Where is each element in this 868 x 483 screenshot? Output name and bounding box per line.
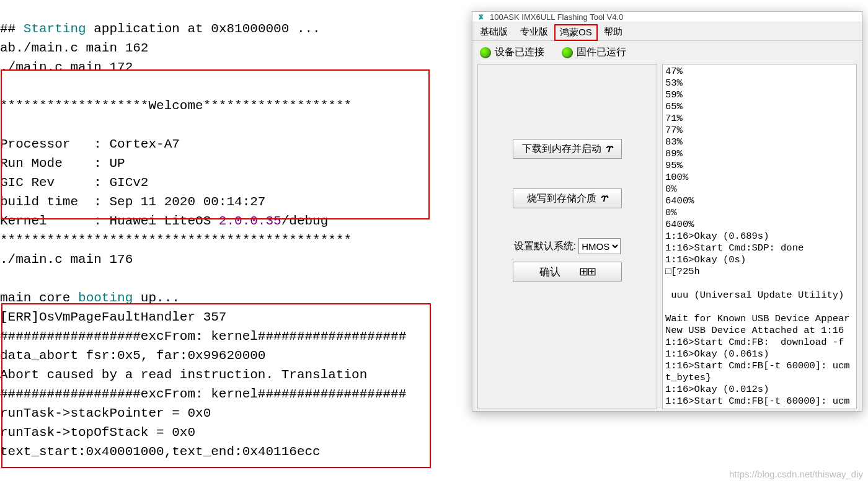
terminal-l11-highlight: 2.0.0.35 <box>219 214 281 228</box>
window-title: 100ASK IMX6ULL Flashing Tool V4.0 <box>490 12 623 22</box>
default-system-row: 设置默认系统: HMOS <box>514 238 621 254</box>
led-device-icon <box>480 47 491 58</box>
burn-button-label: 烧写到存储介质 <box>527 192 596 205</box>
tab-help[interactable]: 帮助 <box>598 23 629 41</box>
terminal-l15-highlight: booting <box>78 291 133 305</box>
terminal-output: ## Starting application at 0x81000000 ..… <box>0 0 468 483</box>
terminal-l9: GIC Rev : GICv2 <box>0 175 148 190</box>
lightning-icon: ⥾ <box>604 142 613 156</box>
terminal-l5: *******************Welcome**************… <box>0 99 352 113</box>
terminal-l1-pre: ## <box>0 22 24 36</box>
terminal-l11-pre: Kernel : Huawei LiteOS <box>0 214 219 228</box>
led-firmware-icon <box>562 47 573 58</box>
tab-basic[interactable]: 基础版 <box>474 23 514 41</box>
status-device-label: 设备已连接 <box>495 46 544 59</box>
terminal-l12: ****************************************… <box>0 233 352 247</box>
flashing-tool-window: 🝏 100ASK IMX6ULL Flashing Tool V4.0 基础版 … <box>472 11 862 412</box>
terminal-l23: text_start:0x40001000,text_end:0x40116ec… <box>0 445 321 459</box>
terminal-l16: [ERR]OsVmPageFaultHandler 357 <box>0 310 226 324</box>
tab-harmonyos[interactable]: 鸿蒙OS <box>554 24 598 41</box>
confirm-button[interactable]: 确认 ⊞⊞ <box>513 262 622 281</box>
terminal-l13: ./main.c main 176 <box>0 252 133 267</box>
burn-to-storage-button[interactable]: 烧写到存储介质 ⥾ <box>513 188 622 208</box>
terminal-l1-highlight: Starting <box>24 22 86 36</box>
grid-icon: ⊞⊞ <box>579 265 595 278</box>
terminal-l15-post: up... <box>133 291 180 305</box>
main-area: 下载到内存并启动 ⥾ 烧写到存储介质 ⥾ 设置默认系统: HMOS 确认 ⊞⊞ <box>472 64 862 414</box>
tab-pro[interactable]: 专业版 <box>514 23 554 41</box>
terminal-l8: Run Mode : UP <box>0 156 125 171</box>
terminal-l7: Processor : Cortex-A7 <box>0 137 180 151</box>
terminal-l20: ##################excFrom: kernel#######… <box>0 387 406 401</box>
terminal-l22: runTask->topOfStack = 0x0 <box>0 425 195 440</box>
tab-bar: 基础版 专业版 鸿蒙OS 帮助 <box>472 22 862 41</box>
terminal-l10: build time : Sep 11 2020 00:14:27 <box>0 195 265 209</box>
watermark: https://blog.csdn.net/thisway_diy <box>729 469 863 479</box>
status-row: 设备已连接 固件已运行 <box>472 41 862 64</box>
status-device: 设备已连接 <box>480 46 544 59</box>
controls-panel: 下载到内存并启动 ⥾ 烧写到存储介质 ⥾ 设置默认系统: HMOS 确认 ⊞⊞ <box>477 64 657 409</box>
terminal-l2: ab./main.c main 162 <box>0 41 148 55</box>
download-button-label: 下载到内存并启动 <box>522 143 601 156</box>
lightning-icon: ⥾ <box>599 192 608 205</box>
status-firmware-label: 固件已运行 <box>577 46 626 59</box>
terminal-l3: ./main.c main 172 <box>0 60 133 74</box>
log-panel[interactable]: 47% 53% 59% 65% 71% 77% 83% 89% 95% 100%… <box>662 64 857 409</box>
default-system-label: 设置默认系统: <box>514 240 576 253</box>
terminal-l15-pre: main core <box>0 291 78 305</box>
download-and-boot-button[interactable]: 下载到内存并启动 ⥾ <box>513 139 622 159</box>
terminal-l21: runTask->stackPointer = 0x0 <box>0 406 211 420</box>
terminal-l19: Abort caused by a read instruction. Tran… <box>0 368 375 382</box>
terminal-l18: data_abort fsr:0x5, far:0x99620000 <box>0 348 265 363</box>
terminal-l11-post: /debug <box>281 214 329 228</box>
terminal-l1-post: application at 0x81000000 ... <box>86 22 321 36</box>
terminal-l17: ##################excFrom: kernel#######… <box>0 329 406 343</box>
default-system-select[interactable]: HMOS <box>578 238 621 254</box>
status-firmware: 固件已运行 <box>562 46 626 59</box>
confirm-button-label: 确认 <box>539 265 560 279</box>
app-icon: 🝏 <box>476 12 486 22</box>
window-titlebar[interactable]: 🝏 100ASK IMX6ULL Flashing Tool V4.0 <box>472 12 862 22</box>
